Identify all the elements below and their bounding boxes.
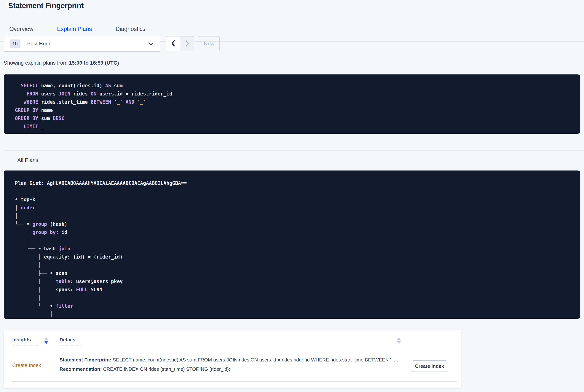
column-header-insights[interactable]: Insights [12,337,37,346]
all-plans-label: All Plans [17,157,38,163]
table-row-divider [12,381,457,382]
next-interval-button[interactable] [180,36,194,51]
page-title: Statement Fingerprint [8,2,83,10]
time-range-label: Past Hour [27,41,50,47]
sort-down-arrow-icon [397,341,401,344]
statement-fingerprint-label: Statement Fingerprint: [59,357,111,362]
details-cell: Statement Fingerprint: SELECT name, coun… [59,357,398,372]
plan-gist-block: Plan Gist: AgHUAQIABQAAAAHYAQIAiAEAAAADC… [4,170,580,319]
now-button[interactable]: Now [199,36,220,51]
recommendation-line: Recommendation: CREATE INDEX ON rides (s… [59,366,398,372]
time-range-dropdown[interactable]: 1h Past Hour [4,36,160,52]
create-index-insight-link[interactable]: Create Index [12,362,41,368]
table-header-divider [12,350,457,350]
statement-fingerprint-text: SELECT name, count(rides.id) AS sum FROM… [111,357,399,362]
statement-sql-block: SELECT name, count(rides.id) AS sum FROM… [4,74,580,134]
statement-fingerprint-line: Statement Fingerprint: SELECT name, coun… [59,357,398,363]
status-time-range: 15:00 to 16:59 (UTC) [69,60,119,66]
arrow-left-icon: ← [8,157,14,164]
chevron-right-icon [185,40,190,48]
section-divider [4,150,584,151]
insights-table-card: Insights Details Create Index Statement … [4,330,461,388]
sort-down-arrow-icon [44,341,48,344]
sort-icon-details[interactable] [397,337,401,344]
interval-badge: 1h [10,40,20,48]
sort-up-arrow-icon [397,337,401,340]
time-picker-row: 1h Past Hour Now [4,36,220,52]
previous-interval-button[interactable] [166,36,180,51]
recommendation-text: CREATE INDEX ON rides (start_time) STORI… [102,366,230,372]
all-plans-back-link[interactable]: ← All Plans [8,157,38,164]
time-nav-buttons [166,36,194,51]
create-index-button[interactable]: Create Index [412,360,447,372]
sort-up-arrow-icon [44,337,48,340]
recommendation-label: Recommendation: [59,366,102,372]
chevron-left-icon [171,40,176,48]
column-header-details[interactable]: Details [59,337,81,346]
status-prefix: Showing explain plans from [4,60,67,66]
showing-plans-status: Showing explain plans from 15:00 to 16:5… [4,60,119,66]
sort-icon-insights[interactable] [44,337,48,344]
chevron-down-icon [148,42,154,46]
